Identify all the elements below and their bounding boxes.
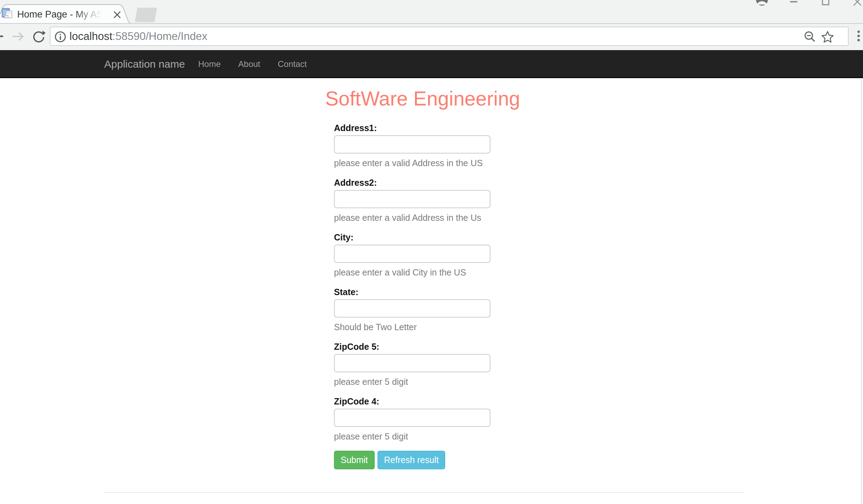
url-text[interactable]: localhost:58590/Home/Index <box>69 27 207 45</box>
address1-input[interactable] <box>334 135 490 154</box>
page-content: SoftWare Engineering Address1: please en… <box>0 79 863 504</box>
browser-window: Home Page - My ASP.NET <box>0 0 863 504</box>
address2-label: Address2: <box>334 177 490 188</box>
zipcode4-helper: please enter 5 digit <box>334 431 490 442</box>
url-host: localhost <box>69 30 112 42</box>
back-icon[interactable] <box>0 35 3 37</box>
browser-toolbar: localhost:58590/Home/Index <box>0 23 863 50</box>
city-input[interactable] <box>334 245 490 263</box>
zipcode5-input[interactable] <box>334 354 490 372</box>
nav-link-about[interactable]: About <box>229 50 269 78</box>
navbar-links: Home About Contact <box>189 50 315 78</box>
page-info-icon[interactable] <box>54 30 67 45</box>
zipcode4-label: ZipCode 4: <box>334 396 490 407</box>
address2-input[interactable] <box>334 190 490 208</box>
nav-link-contact[interactable]: Contact <box>269 50 316 78</box>
form-group-zipcode4: ZipCode 4: please enter 5 digit <box>334 396 490 442</box>
form-group-address2: Address2: please enter a valid Address i… <box>334 177 490 223</box>
address-bar[interactable]: localhost:58590/Home/Index <box>50 27 849 46</box>
city-label: City: <box>334 232 490 243</box>
url-path: :58590/Home/Index <box>112 30 207 42</box>
refresh-icon[interactable] <box>32 30 46 45</box>
forward-icon <box>12 30 25 45</box>
navbar-brand[interactable]: Application name <box>104 50 185 78</box>
tab-title-fade <box>74 5 112 20</box>
address-form: Address1: please enter a valid Address i… <box>334 123 490 469</box>
bookmark-star-icon[interactable] <box>821 30 835 45</box>
minimize-window-icon[interactable] <box>790 1 797 2</box>
zipcode5-label: ZipCode 5: <box>334 341 490 352</box>
profile-icon[interactable] <box>754 0 768 6</box>
submit-button[interactable]: Submit <box>334 451 375 469</box>
zipcode4-input[interactable] <box>334 409 490 427</box>
close-window-icon[interactable] <box>853 0 862 6</box>
refresh-result-button[interactable]: Refresh result <box>377 451 446 469</box>
form-group-city: City: please enter a valid City in the U… <box>334 232 490 278</box>
zipcode5-helper: please enter 5 digit <box>334 376 490 387</box>
city-helper: please enter a valid City in the US <box>334 267 490 278</box>
site-navbar: Application name Home About Contact <box>0 50 863 78</box>
maximize-window-icon[interactable] <box>822 0 829 5</box>
form-group-address1: Address1: please enter a valid Address i… <box>334 123 490 168</box>
address1-label: Address1: <box>334 123 490 133</box>
page-title: SoftWare Engineering <box>325 88 520 109</box>
zoom-out-icon[interactable] <box>804 30 816 45</box>
state-input[interactable] <box>334 299 490 318</box>
browser-tab-strip <box>0 0 863 23</box>
form-group-zipcode5: ZipCode 5: please enter 5 digit <box>334 341 490 387</box>
address1-helper: please enter a valid Address in the US <box>334 158 490 168</box>
browser-menu-icon[interactable] <box>857 30 860 43</box>
state-helper: Should be Two Letter <box>334 322 490 332</box>
footer-divider <box>103 492 744 493</box>
form-group-state: State: Should be Two Letter <box>334 287 490 332</box>
tab-close-icon[interactable] <box>113 9 122 19</box>
state-label: State: <box>334 287 490 297</box>
address2-helper: please enter a valid Address in the Us <box>334 212 490 223</box>
form-buttons: Submit Refresh result <box>334 451 490 469</box>
tab-favicon-icon <box>2 8 14 19</box>
new-tab-button[interactable] <box>135 8 157 22</box>
nav-link-home[interactable]: Home <box>189 50 229 78</box>
scrollbar-track[interactable] <box>861 79 863 504</box>
